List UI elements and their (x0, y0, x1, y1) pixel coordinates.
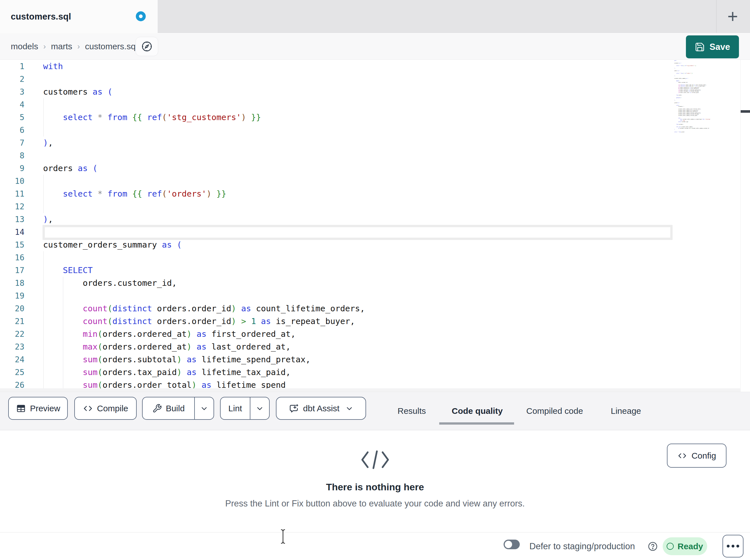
code-line[interactable] (43, 251, 404, 264)
code-line[interactable] (43, 175, 404, 188)
line-number: 6 (0, 124, 24, 137)
code-line[interactable]: count(distinct orders.order_id) > 1 as i… (43, 315, 404, 328)
defer-toggle[interactable] (504, 540, 520, 549)
lint-label: Lint (228, 403, 242, 413)
tab-bar: customers.sql + (0, 0, 750, 33)
panel-tab-lineage[interactable]: Lineage (611, 392, 641, 430)
explore-compass-button[interactable] (136, 37, 158, 56)
scrollbar-cursor-marker[interactable] (741, 110, 750, 113)
status-bar: Defer to staging/production Ready (0, 532, 750, 560)
lint-main[interactable]: Lint (221, 397, 250, 419)
code-line[interactable] (43, 149, 404, 162)
build-label: Build (166, 403, 185, 413)
dot (732, 545, 734, 547)
line-number: 24 (0, 353, 24, 366)
line-number: 17 (0, 264, 24, 277)
dot (727, 545, 730, 547)
action-toolbar: Preview Compile Build L (0, 392, 750, 430)
ide-status-badge[interactable]: Ready (663, 537, 707, 555)
breadcrumb-item-models[interactable]: models (11, 42, 38, 51)
toggle-knob (505, 541, 512, 548)
breadcrumb-item-marts[interactable]: marts (51, 42, 72, 51)
help-icon[interactable] (647, 541, 658, 552)
assist-dropdown-chevron[interactable] (343, 397, 354, 419)
save-label: Save (709, 42, 730, 52)
line-number: 13 (0, 213, 24, 226)
code-line[interactable]: SELECT (43, 264, 404, 277)
compass-icon (141, 41, 153, 53)
line-number: 9 (0, 162, 24, 175)
preview-button[interactable]: Preview (8, 397, 68, 420)
assist-label: dbt Assist (303, 403, 339, 413)
line-number: 14 (0, 226, 24, 238)
minimap-content: withcustomers as ( select * from {{ ref(… (674, 60, 714, 133)
ready-label: Ready (677, 542, 703, 551)
code-line[interactable]: orders.customer_id, (43, 277, 404, 290)
code-line[interactable] (43, 73, 404, 86)
code-line[interactable] (43, 290, 404, 302)
code-line[interactable] (43, 98, 404, 111)
code-line[interactable]: ), (43, 137, 404, 149)
overflow-menu-button[interactable] (723, 535, 744, 557)
defer-label: Defer to staging/production (529, 533, 635, 560)
empty-state-title: There is nothing here (0, 481, 750, 493)
dbt-assist-button[interactable]: dbt Assist (276, 397, 366, 420)
line-number: 5 (0, 111, 24, 124)
tabbar-divider (716, 0, 716, 33)
line-number: 10 (0, 175, 24, 188)
lint-button[interactable]: Lint (220, 397, 270, 420)
code-line[interactable]: sum(orders.tax_paid) as lifetime_tax_pai… (43, 366, 404, 379)
line-number: 19 (0, 290, 24, 302)
line-number: 20 (0, 302, 24, 315)
breadcrumb-item-customers-sql[interactable]: customers.sql (85, 42, 138, 51)
code-line[interactable] (43, 226, 404, 238)
code-line[interactable]: customers as ( (43, 86, 404, 98)
horizontal-scrollbar-track[interactable] (0, 388, 741, 392)
breadcrumb-separator: › (77, 42, 81, 51)
save-icon (695, 42, 705, 52)
code-quality-panel: Config There is nothing here Press the L… (0, 431, 750, 532)
line-number: 23 (0, 340, 24, 353)
panel-tab-results[interactable]: Results (397, 392, 426, 430)
code-editor[interactable]: 1234567891011121314151617181920212223242… (0, 60, 750, 392)
new-tab-button[interactable]: + (722, 4, 744, 28)
line-number: 11 (0, 188, 24, 200)
tab-customers-sql[interactable]: customers.sql (0, 0, 158, 33)
code-line[interactable] (43, 124, 404, 137)
line-number: 22 (0, 328, 24, 340)
breadcrumb: models›marts›customers.sql (11, 33, 138, 60)
code-line[interactable] (43, 200, 404, 213)
code-line[interactable]: with (43, 60, 404, 73)
code-line[interactable]: orders as ( (43, 162, 404, 175)
dot (736, 545, 739, 547)
build-dropdown-chevron[interactable] (195, 397, 214, 419)
empty-state-description: Press the Lint or Fix button above to ev… (0, 499, 750, 509)
line-number: 21 (0, 315, 24, 328)
preview-label: Preview (30, 403, 60, 413)
build-button[interactable]: Build (142, 397, 214, 420)
line-number: 1 (0, 60, 24, 73)
line-number: 7 (0, 137, 24, 149)
code-icon (83, 403, 93, 414)
minimap[interactable]: withcustomers as ( select * from {{ ref(… (674, 60, 740, 389)
mouse-cursor-ibeam (279, 528, 287, 544)
panel-tab-compiled-code[interactable]: Compiled code (526, 392, 583, 430)
code-line[interactable]: sum(orders.subtotal) as lifetime_spend_p… (43, 353, 404, 366)
active-tab-underline (439, 422, 514, 424)
code-line[interactable]: customer_orders_summary as ( (43, 238, 404, 251)
line-number: 15 (0, 238, 24, 251)
build-main[interactable]: Build (143, 397, 194, 419)
code-line[interactable]: ), (43, 213, 404, 226)
lint-dropdown-chevron[interactable] (250, 397, 269, 419)
wrench-icon (152, 403, 162, 413)
save-button[interactable]: Save (686, 36, 739, 58)
code-line[interactable]: max(orders.ordered_at) as last_ordered_a… (43, 340, 404, 353)
code-lines[interactable]: withcustomers as ( select * from {{ ref(… (43, 60, 404, 392)
line-number-gutter: 1234567891011121314151617181920212223242… (0, 60, 24, 392)
code-line[interactable]: select * from {{ ref('orders') }} (43, 188, 404, 200)
tab-title: customers.sql (11, 12, 71, 22)
compile-button[interactable]: Compile (74, 397, 137, 420)
code-line[interactable]: count(distinct orders.order_id) as count… (43, 302, 404, 315)
code-line[interactable]: min(orders.ordered_at) as first_ordered_… (43, 328, 404, 340)
code-line[interactable]: select * from {{ ref('stg_customers') }} (43, 111, 404, 124)
